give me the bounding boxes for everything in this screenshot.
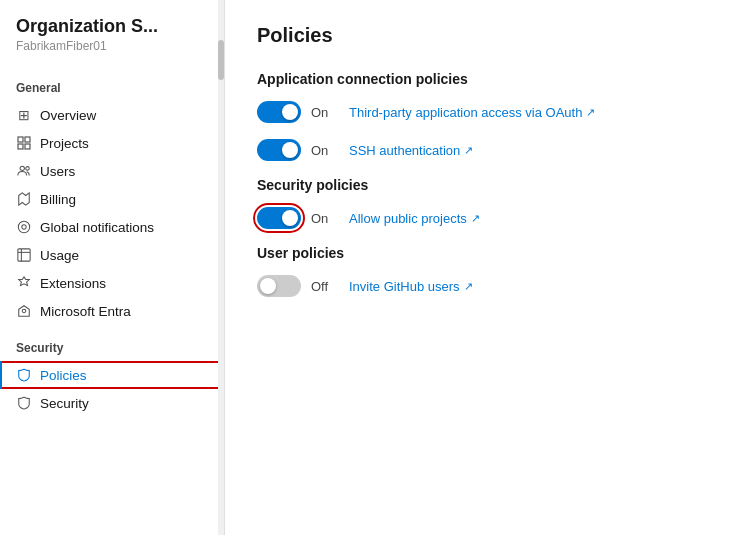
sidebar-item-label: Projects [40, 136, 89, 151]
org-subtitle: FabrikamFiber01 [0, 39, 224, 69]
sidebar-item-label: Usage [40, 248, 79, 263]
svg-rect-3 [25, 144, 30, 149]
svg-point-5 [26, 167, 30, 171]
org-title: Organization S... [0, 16, 224, 39]
public-projects-toggle[interactable] [257, 207, 301, 229]
ssh-toggle[interactable] [257, 139, 301, 161]
public-projects-policy-item: On Allow public projects ↗ [257, 207, 708, 229]
sidebar-item-label: Policies [40, 368, 87, 383]
public-projects-toggle-track[interactable] [257, 207, 301, 229]
page-title: Policies [257, 24, 708, 47]
notifications-icon [16, 219, 32, 235]
section-label-general: General [0, 69, 224, 101]
svg-rect-1 [25, 137, 30, 142]
security-policies-title: Security policies [257, 177, 708, 193]
sidebar-item-label: Microsoft Entra [40, 304, 131, 319]
sidebar-item-overview[interactable]: ⊞ Overview [0, 101, 224, 129]
app-connection-title: Application connection policies [257, 71, 708, 87]
main-content: Policies Application connection policies… [225, 0, 740, 535]
svg-point-11 [22, 309, 26, 313]
oauth-policy-link[interactable]: Third-party application access via OAuth… [349, 105, 595, 120]
oauth-toggle-track[interactable] [257, 101, 301, 123]
sidebar-item-policies[interactable]: Policies [0, 361, 224, 389]
public-projects-policy-link[interactable]: Allow public projects ↗ [349, 211, 480, 226]
user-policies-section: User policies Off Invite GitHub users ↗ [257, 245, 708, 297]
user-policies-title: User policies [257, 245, 708, 261]
oauth-toggle[interactable] [257, 101, 301, 123]
entra-icon [16, 303, 32, 319]
sidebar: Organization S... FabrikamFiber01 Genera… [0, 0, 225, 535]
public-projects-link-icon: ↗ [471, 212, 480, 225]
oauth-policy-item: On Third-party application access via OA… [257, 101, 708, 123]
security-icon [16, 395, 32, 411]
oauth-toggle-label: On [311, 105, 339, 120]
app-connection-section: Application connection policies On Third… [257, 71, 708, 161]
sidebar-item-extensions[interactable]: Extensions [0, 269, 224, 297]
svg-point-6 [18, 221, 29, 232]
scrollbar-track[interactable] [218, 0, 224, 535]
users-icon [16, 163, 32, 179]
public-projects-toggle-label: On [311, 211, 339, 226]
github-users-policy-item: Off Invite GitHub users ↗ [257, 275, 708, 297]
github-users-policy-link[interactable]: Invite GitHub users ↗ [349, 279, 473, 294]
ssh-toggle-track[interactable] [257, 139, 301, 161]
ssh-policy-link[interactable]: SSH authentication ↗ [349, 143, 473, 158]
github-users-link-icon: ↗ [464, 280, 473, 293]
sidebar-item-label: Extensions [40, 276, 106, 291]
svg-rect-2 [18, 144, 23, 149]
sidebar-item-global-notifications[interactable]: Global notifications [0, 213, 224, 241]
sidebar-item-label: Overview [40, 108, 96, 123]
github-users-toggle[interactable] [257, 275, 301, 297]
overview-icon: ⊞ [16, 107, 32, 123]
usage-icon [16, 247, 32, 263]
github-users-toggle-track[interactable] [257, 275, 301, 297]
scrollbar-thumb[interactable] [218, 40, 224, 80]
security-policies-section: Security policies On Allow public projec… [257, 177, 708, 229]
github-users-toggle-label: Off [311, 279, 339, 294]
policies-icon [16, 367, 32, 383]
ssh-policy-item: On SSH authentication ↗ [257, 139, 708, 161]
sidebar-item-microsoft-entra[interactable]: Microsoft Entra [0, 297, 224, 325]
extensions-icon [16, 275, 32, 291]
sidebar-item-projects[interactable]: Projects [0, 129, 224, 157]
billing-icon [16, 191, 32, 207]
svg-point-7 [22, 225, 26, 229]
projects-icon [16, 135, 32, 151]
svg-rect-8 [18, 249, 30, 261]
sidebar-item-label: Billing [40, 192, 76, 207]
sidebar-item-label: Security [40, 396, 89, 411]
sidebar-item-users[interactable]: Users [0, 157, 224, 185]
sidebar-item-security[interactable]: Security [0, 389, 224, 417]
sidebar-item-label: Users [40, 164, 75, 179]
ssh-link-icon: ↗ [464, 144, 473, 157]
section-label-security: Security [0, 329, 224, 361]
svg-point-4 [20, 166, 24, 170]
sidebar-item-usage[interactable]: Usage [0, 241, 224, 269]
oauth-link-icon: ↗ [586, 106, 595, 119]
svg-rect-0 [18, 137, 23, 142]
ssh-toggle-label: On [311, 143, 339, 158]
sidebar-item-billing[interactable]: Billing [0, 185, 224, 213]
sidebar-item-label: Global notifications [40, 220, 154, 235]
